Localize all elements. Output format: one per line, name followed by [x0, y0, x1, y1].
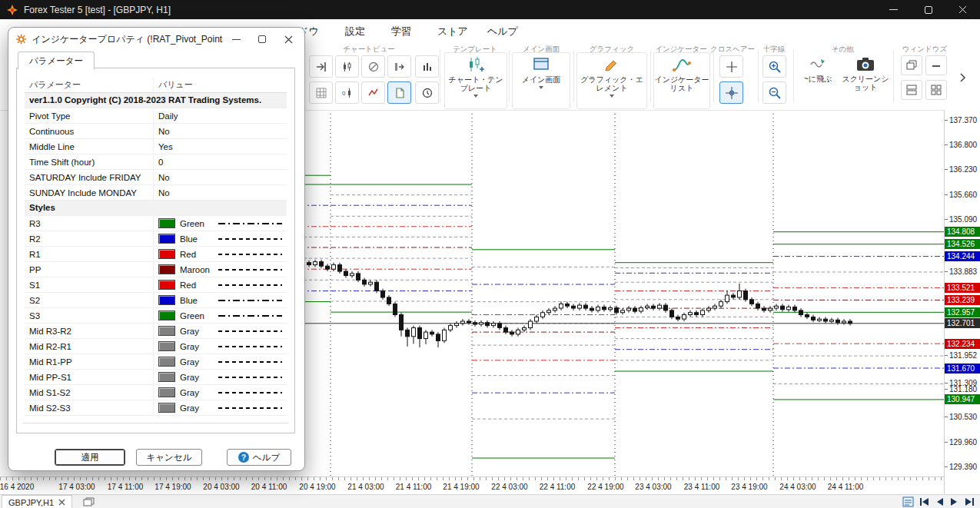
style-row-11[interactable]: Mid S1-S2Gray — [25, 385, 287, 400]
line-style-preview[interactable] — [218, 377, 282, 378]
param-value[interactable]: 0 — [154, 154, 287, 169]
screenshot-button[interactable]: スクリーンショット — [841, 52, 890, 109]
line-style-preview[interactable] — [218, 223, 282, 224]
minimize-all-button[interactable] — [925, 55, 947, 75]
style-row-12[interactable]: Mid S2-S3Gray — [25, 400, 287, 416]
apply-button[interactable]: 適用 — [55, 449, 125, 466]
crosshair-button[interactable] — [719, 81, 743, 104]
style-value[interactable]: Gray — [154, 370, 287, 384]
color-swatch[interactable] — [158, 357, 175, 367]
line-style-preview[interactable] — [218, 407, 282, 409]
color-swatch[interactable] — [158, 295, 175, 305]
crosshair-plus-button[interactable] — [719, 55, 743, 78]
color-swatch[interactable] — [158, 249, 175, 259]
shift-chart-button[interactable] — [387, 55, 411, 78]
color-swatch[interactable] — [158, 372, 175, 382]
param-row-3[interactable]: Time Shift (hour)0 — [25, 154, 287, 170]
style-value[interactable]: Green — [154, 308, 287, 323]
zero-bar-button[interactable]: 0 — [335, 81, 359, 104]
step-back-button[interactable] — [935, 496, 945, 507]
style-value[interactable]: Red — [154, 247, 287, 261]
help-button[interactable]: ? ヘルプ — [227, 449, 291, 466]
menu-item-4[interactable]: ヘルプ — [487, 25, 518, 38]
candle-mode-button[interactable] — [335, 55, 359, 78]
line-style-preview[interactable] — [218, 284, 282, 286]
grid-button[interactable] — [309, 81, 333, 104]
volume-button[interactable] — [415, 55, 439, 78]
new-chart-window-icon[interactable] — [83, 497, 95, 507]
dialog-close-button[interactable] — [275, 29, 301, 49]
style-row-10[interactable]: Mid PP-S1Gray — [25, 370, 287, 385]
style-row-5[interactable]: S2Blue — [25, 293, 287, 308]
style-row-2[interactable]: R1Red — [25, 247, 287, 262]
line-style-preview[interactable] — [218, 254, 282, 255]
chart-tab[interactable]: GBPJPY,H1 — [2, 495, 72, 508]
style-value[interactable]: Gray — [154, 324, 287, 338]
new-page-button[interactable] — [387, 81, 411, 104]
style-value[interactable]: Blue — [154, 293, 287, 307]
color-swatch[interactable] — [158, 264, 175, 274]
style-value[interactable]: Maroon — [154, 262, 287, 277]
tab-parameters[interactable]: パラメーター — [18, 51, 95, 70]
dialog-titlebar[interactable]: インジケータープロパティ (!RAT_Pivot_Points... — [8, 28, 304, 51]
param-row-2[interactable]: Middle LineYes — [25, 139, 287, 154]
ribbon-expand-button[interactable] — [955, 68, 972, 87]
go-last-button[interactable] — [964, 496, 975, 507]
price-axis[interactable]: 137.370136.800136.230135.660135.090133.8… — [944, 110, 980, 496]
style-row-1[interactable]: R2Blue — [25, 231, 287, 247]
offset-button[interactable] — [309, 55, 333, 78]
style-value[interactable]: Gray — [154, 400, 287, 415]
cascade-windows-button[interactable] — [901, 55, 922, 75]
param-value[interactable]: Yes — [154, 139, 287, 154]
param-value[interactable]: Daily — [154, 108, 287, 123]
tab-close-icon[interactable] — [58, 499, 65, 506]
line-style-preview[interactable] — [218, 346, 282, 347]
style-row-9[interactable]: Mid R1-PPGray — [25, 354, 287, 370]
style-value[interactable]: Red — [154, 277, 287, 292]
line-style-preview[interactable] — [218, 238, 282, 240]
style-row-3[interactable]: PPMaroon — [25, 262, 287, 277]
dialog-maximize-button[interactable] — [249, 29, 275, 49]
jump-to-button[interactable]: ~に飛ぶ — [798, 52, 838, 109]
color-swatch[interactable] — [158, 280, 175, 290]
param-value[interactable]: No — [154, 170, 287, 184]
time-axis[interactable]: 16 4 202017 4 03:0017 4 11:0017 4 19:002… — [0, 476, 944, 495]
style-value[interactable]: Gray — [154, 385, 287, 400]
zoom-in-button[interactable] — [762, 55, 786, 78]
go-first-button[interactable] — [919, 496, 930, 507]
window-minimize-button[interactable] — [876, 0, 911, 19]
auto-scroll-icon[interactable] — [902, 496, 914, 507]
param-value[interactable]: No — [154, 124, 287, 138]
style-row-4[interactable]: S1Red — [25, 277, 287, 293]
color-swatch[interactable] — [158, 326, 175, 336]
param-row-5[interactable]: SUNDAY Include MONDAYNo — [25, 185, 287, 201]
line-style-preview[interactable] — [218, 269, 282, 271]
color-swatch[interactable] — [158, 341, 175, 351]
style-value[interactable]: Blue — [154, 231, 287, 246]
line-style-preview[interactable] — [218, 330, 282, 332]
line-style-preview[interactable] — [218, 315, 282, 317]
param-row-0[interactable]: Pivot TypeDaily — [25, 108, 287, 124]
time-button[interactable] — [415, 81, 439, 104]
zoom-out-button[interactable] — [762, 81, 786, 104]
main-screen-button[interactable]: メイン画面 — [512, 52, 570, 109]
style-row-7[interactable]: Mid R3-R2Gray — [25, 324, 287, 339]
style-row-0[interactable]: R3Green — [25, 216, 287, 231]
color-swatch[interactable] — [158, 218, 175, 228]
cancel-button[interactable]: キャンセル — [136, 449, 202, 466]
tile-grid-button[interactable] — [925, 80, 947, 100]
graphic-elements-button[interactable]: グラフィック・エレメント — [576, 52, 647, 109]
style-value[interactable]: Green — [154, 216, 287, 231]
menu-item-2[interactable]: 学習 — [391, 25, 411, 38]
color-swatch[interactable] — [158, 310, 175, 320]
color-swatch[interactable] — [158, 234, 175, 244]
line-style-preview[interactable] — [218, 361, 282, 363]
style-value[interactable]: Gray — [154, 354, 287, 369]
window-maximize-button[interactable] — [911, 0, 945, 19]
indicator-list-button[interactable]: インジケーターリスト — [653, 52, 710, 109]
dialog-minimize-button[interactable] — [223, 29, 249, 49]
line-style-preview[interactable] — [218, 392, 282, 393]
zigzag-button[interactable] — [361, 81, 385, 104]
param-row-4[interactable]: SATURDAY Include FRIDAYNo — [25, 170, 287, 185]
color-swatch[interactable] — [158, 403, 175, 413]
